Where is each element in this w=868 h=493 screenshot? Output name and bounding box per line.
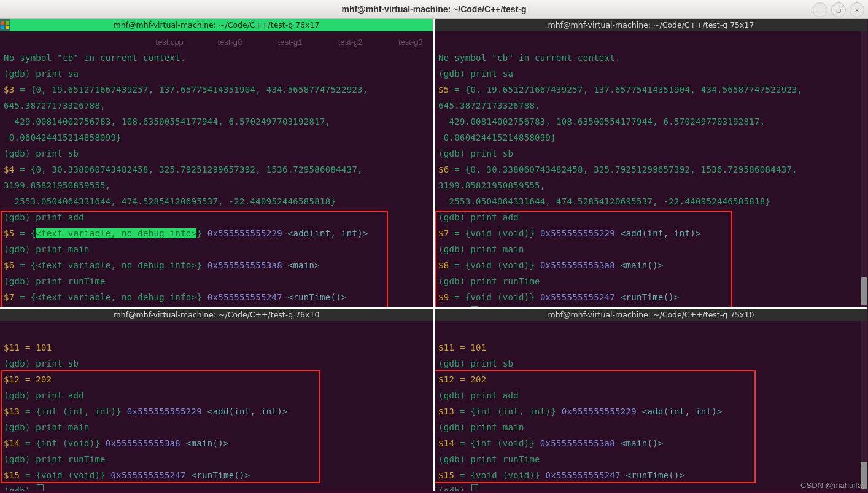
pane-title: mhf@mhf-virtual-machine: ~/Code/C++/test… xyxy=(0,309,433,321)
terminal-output[interactable]: No symbol "cb" in current context. (gdb)… xyxy=(0,31,433,307)
cursor xyxy=(471,484,478,491)
terminal-output[interactable]: No symbol "cb" in current context. (gdb)… xyxy=(435,31,867,307)
svg-rect-0 xyxy=(1,21,4,25)
terminal-output[interactable]: $11 = 101 (gdb) print sb $12 = 202 (gdb)… xyxy=(435,321,867,491)
cursor xyxy=(471,306,478,307)
maximize-button[interactable]: □ xyxy=(831,2,846,17)
svg-rect-3 xyxy=(6,26,9,29)
window-controls: ─ □ ✕ xyxy=(813,2,864,17)
window-title: mhf@mhf-virtual-machine: ~/Code/C++/test… xyxy=(0,4,868,14)
close-button[interactable]: ✕ xyxy=(850,2,864,17)
svg-rect-1 xyxy=(6,21,9,25)
pane-title: mhf@mhf-virtual-machine: ~/Code/C++/test… xyxy=(435,309,867,321)
pane-bottom-right[interactable]: mhf@mhf-virtual-machine: ~/Code/C++/test… xyxy=(435,309,867,491)
terminal-splits: mhf@mhf-virtual-machine: ~/Code/C++/test… xyxy=(0,19,868,492)
cursor xyxy=(37,484,44,491)
svg-rect-2 xyxy=(1,26,4,29)
pane-title: mhf@mhf-virtual-machine: ~/Code/C++/test… xyxy=(0,19,433,31)
launcher-icon[interactable] xyxy=(0,19,10,31)
pane-title: mhf@mhf-virtual-machine: ~/Code/C++/test… xyxy=(435,19,867,31)
pane-top-right[interactable]: mhf@mhf-virtual-machine: ~/Code/C++/test… xyxy=(435,19,867,307)
terminal-output[interactable]: $11 = 101 (gdb) print sb $12 = 202 (gdb)… xyxy=(0,321,433,491)
highlighted-text: <text variable, no debug info> xyxy=(36,228,196,238)
window-titlebar: mhf@mhf-virtual-machine: ~/Code/C++/test… xyxy=(0,0,868,19)
watermark: CSDN @mahuifa xyxy=(800,481,862,490)
pane-top-left[interactable]: mhf@mhf-virtual-machine: ~/Code/C++/test… xyxy=(0,19,433,307)
minimize-button[interactable]: ─ xyxy=(813,2,827,17)
pane-bottom-left[interactable]: mhf@mhf-virtual-machine: ~/Code/C++/test… xyxy=(0,309,433,491)
